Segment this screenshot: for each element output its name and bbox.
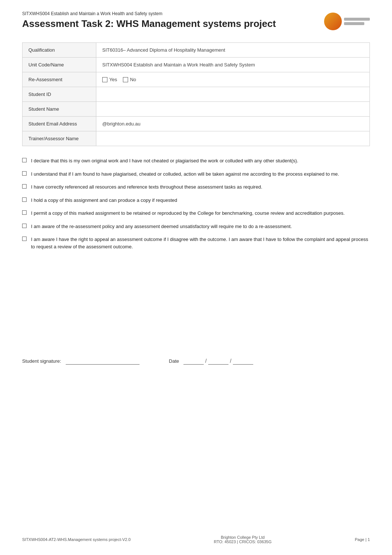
declaration-item: I understand that if I am found to have …: [22, 170, 370, 178]
checkbox-item[interactable]: Yes: [102, 77, 117, 82]
main-title: Assessment Task 2: WHS Management system…: [22, 18, 322, 30]
table-cell-value: YesNo: [96, 72, 370, 87]
table-row: Student Email Address@brighton.edu.au: [23, 117, 370, 131]
checkbox-label: Yes: [109, 77, 117, 82]
table-cell-value: SIT60316– Advanced Diploma of Hospitalit…: [96, 43, 370, 58]
bullet-icon: [22, 197, 27, 202]
page-header: SITXWHS004 Establish and Maintain a Work…: [22, 11, 370, 31]
footer-center: Brighton College Pty Ltd RTO: 45023 | CR…: [214, 535, 272, 544]
declaration-text: I permit a copy of this marked assignmen…: [31, 210, 345, 217]
bullet-icon: [22, 210, 27, 215]
table-row: Student ID: [23, 87, 370, 102]
table-cell-label: Unit Code/Name: [23, 58, 96, 72]
signature-line[interactable]: [66, 357, 140, 365]
spacer: [22, 261, 370, 335]
title-block: SITXWHS004 Establish and Maintain a Work…: [22, 11, 322, 30]
table-cell-label: Qualification: [23, 43, 96, 58]
logo-icon: [324, 13, 342, 30]
declaration-text: I am aware of the re-assessment policy a…: [31, 223, 292, 230]
table-cell-label: Student Email Address: [23, 117, 96, 131]
checkbox-label: No: [130, 77, 136, 82]
table-row: Unit Code/NameSITXWHS004 Establish and M…: [23, 58, 370, 72]
signature-area: Student signature: Date / /: [22, 357, 370, 365]
declaration-item: I hold a copy of this assignment and can…: [22, 197, 370, 204]
date-year[interactable]: [233, 357, 253, 365]
table-row: Re-AssessmentYesNo: [23, 72, 370, 87]
table-cell-label: Student Name: [23, 102, 96, 117]
table-cell-value: [96, 131, 370, 146]
checkbox-box[interactable]: [102, 77, 107, 82]
slash-2: /: [230, 358, 231, 364]
signature-label: Student signature:: [22, 358, 61, 364]
footer-right: Page | 1: [355, 537, 370, 542]
checkbox-box[interactable]: [123, 77, 128, 82]
table-row: Student Name: [23, 102, 370, 117]
bullet-icon: [22, 158, 27, 162]
table-cell-value: SITXWHS004 Establish and Maintain a Work…: [96, 58, 370, 72]
declaration-item: I permit a copy of this marked assignmen…: [22, 210, 370, 217]
date-label: Date: [169, 358, 179, 364]
declarations-section: I declare that this is my own original w…: [22, 157, 370, 250]
table-cell-label: Student ID: [23, 87, 96, 102]
slash-1: /: [205, 358, 207, 364]
subtitle: SITXWHS004 Establish and Maintain a Work…: [22, 11, 322, 16]
declaration-text: I understand that if I am found to have …: [31, 170, 339, 178]
table-cell-value: [96, 87, 370, 102]
bullet-icon: [22, 224, 27, 228]
table-row: Trainer/Assessor Name: [23, 131, 370, 146]
footer-center-line1: Brighton College Pty Ltd: [214, 535, 272, 540]
info-table: QualificationSIT60316– Advanced Diploma …: [22, 42, 370, 146]
logo-area: [322, 11, 370, 31]
date-day[interactable]: [183, 357, 204, 365]
declaration-item: I declare that this is my own original w…: [22, 157, 370, 165]
date-month[interactable]: [208, 357, 228, 365]
declaration-item: I am aware of the re-assessment policy a…: [22, 223, 370, 230]
checkbox-item[interactable]: No: [123, 77, 136, 82]
declaration-text: I am aware I have the right to appeal an…: [31, 236, 370, 250]
declaration-item: I have correctly referenced all resource…: [22, 183, 370, 191]
bullet-icon: [22, 171, 27, 176]
date-part: / /: [183, 357, 253, 365]
bullet-icon: [22, 184, 27, 189]
declaration-item: I am aware I have the right to appeal an…: [22, 236, 370, 250]
footer-left: SITXWHS004-AT2-WHS.Management systems pr…: [22, 537, 131, 542]
logo-line-2: [344, 22, 364, 25]
logo-text: [344, 18, 370, 25]
table-row: QualificationSIT60316– Advanced Diploma …: [23, 43, 370, 58]
table-cell-label: Re-Assessment: [23, 72, 96, 87]
bullet-icon: [22, 237, 27, 241]
table-cell-value: @brighton.edu.au: [96, 117, 370, 131]
declaration-text: I have correctly referenced all resource…: [31, 183, 262, 191]
table-cell-label: Trainer/Assessor Name: [23, 131, 96, 146]
logo-line-1: [344, 18, 370, 21]
footer-center-line2: RTO: 45023 | CRICOS: 03635G: [214, 540, 272, 544]
declaration-text: I hold a copy of this assignment and can…: [31, 197, 177, 204]
checkbox-area: YesNo: [102, 77, 364, 82]
page-footer: SITXWHS004-AT2-WHS.Management systems pr…: [22, 535, 370, 544]
declaration-text: I declare that this is my own original w…: [31, 157, 298, 165]
table-cell-value: [96, 102, 370, 117]
